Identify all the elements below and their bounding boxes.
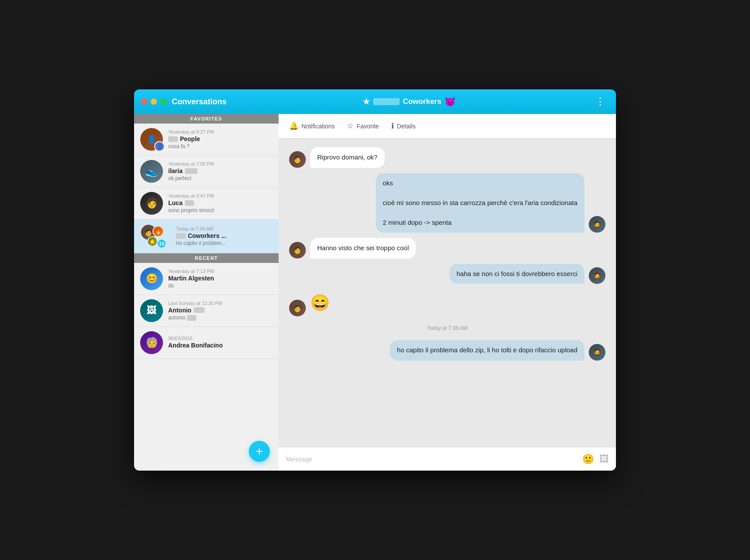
more-menu-button[interactable]: ⋮	[592, 94, 609, 109]
people-preview: cosa fa ?	[168, 143, 272, 149]
chat-title: Coworkers	[403, 97, 442, 106]
sidebar-item-martin[interactable]: 😊 Yesterday at 7:13 PM Martin Algesten d…	[134, 263, 279, 295]
message-row-2: 🧔 oks cioè mi sono messo in sta carrozza…	[289, 173, 605, 233]
message-input[interactable]	[286, 455, 577, 463]
sidebar-item-ilaria[interactable]: 👟 Yesterday at 7:00 PM ilaria ok perfect	[134, 156, 279, 188]
sidebar-item-luca[interactable]: 🧑 Yesterday at 3:47 PM Luca sono proprio…	[134, 188, 279, 220]
people-name-blur	[168, 136, 178, 142]
antonio-blur	[194, 307, 205, 313]
chat-messages: 🧑 Riprovo domani, ok? 🧔 oks cioè mi sono…	[279, 138, 616, 447]
coworkers-preview: ho capito il problem...	[176, 240, 272, 246]
details-toolbar-item[interactable]: ℹ Details	[391, 121, 416, 131]
antonio-name-text: Antonio	[168, 307, 191, 314]
andrea-name: Andrea Bonifacino	[168, 342, 272, 349]
msg-avatar-in-5: 🧑	[289, 300, 306, 316]
luca-blur	[185, 200, 195, 206]
close-button[interactable]	[141, 99, 147, 105]
ilaria-name: ilaria	[168, 167, 272, 174]
martin-avatar-wrap: 😊	[140, 267, 163, 290]
ilaria-conv-info: Yesterday at 7:00 PM ilaria ok perfect	[168, 161, 272, 181]
favorite-toolbar-item[interactable]: ☆ Favorite	[347, 121, 379, 131]
message-row-4: 🧔 haha se non ci fossi ti dovrebbero ess…	[289, 264, 605, 284]
image-upload-icon[interactable]: 🖼	[599, 454, 609, 465]
ilaria-preview: ok perfect	[168, 175, 272, 181]
traffic-lights	[141, 99, 166, 105]
timestamp-1: Today at 7:38 AM	[289, 325, 605, 331]
sidebar-item-coworkers[interactable]: 🧑 🔥 ⭐ 15 Today at 7:38 AM Coworkers ... …	[134, 220, 279, 253]
sidebar: FAVORITES 👤 👤 Yesterday at 9:27 PM Peopl…	[134, 114, 279, 471]
sidebar-item-andrea[interactable]: 🧓 06/03/2016 Andrea Bonifacino	[134, 327, 279, 359]
msg-bubble-2: oks cioè mi sono messo in sta carrozza p…	[376, 173, 584, 233]
coworkers-badge: 15	[157, 239, 166, 248]
antonio-avatar: 🖼	[140, 299, 163, 322]
chat-toolbar: 🔔 Notifications ☆ Favorite ℹ Details	[279, 114, 616, 138]
ilaria-name-text: ilaria	[168, 167, 183, 174]
chat-name-blur	[373, 98, 400, 105]
title-bar-center: ★ Coworkers 😈	[226, 96, 592, 107]
notifications-toolbar-item[interactable]: 🔔 Notifications	[289, 121, 335, 131]
chat-area: 🔔 Notifications ☆ Favorite ℹ Details 🧑 R…	[279, 114, 616, 471]
antonio-name: Antonio	[168, 307, 272, 314]
minimize-button[interactable]	[151, 99, 157, 105]
andrea-time: 06/03/2016	[168, 336, 272, 341]
title-bar-right: ⋮	[592, 94, 609, 109]
msg-avatar-in-3: 🧑	[289, 242, 306, 259]
app-window: Conversations ★ Coworkers 😈 ⋮ FAVORITES …	[134, 89, 616, 471]
msg-avatar-out-6: 🧔	[589, 344, 605, 361]
favorites-header: FAVORITES	[134, 114, 279, 124]
msg-bubble-4: haha se non ci fossi ti dovrebbero esser…	[449, 264, 584, 284]
sidebar-item-people[interactable]: 👤 👤 Yesterday at 9:27 PM People cosa fa …	[134, 124, 279, 156]
star-icon: ★	[363, 97, 370, 106]
antonio-preview: antonio	[168, 315, 272, 321]
ilaria-avatar-wrap: 👟	[140, 160, 163, 183]
msg-bubble-5: 😄	[310, 289, 330, 316]
antonio-time: Last Sunday at 12:30 PM	[168, 301, 272, 306]
martin-avatar: 😊	[140, 267, 163, 290]
message-row-3: 🧑 Hanno visto che sei troppo cool	[289, 238, 605, 259]
coworkers-name: Coworkers ...	[176, 232, 272, 239]
cw-avatar-3: ⭐	[147, 236, 158, 247]
app-title: Conversations	[172, 97, 226, 106]
sidebar-item-antonio[interactable]: 🖼 Last Sunday at 12:30 PM Antonio antoni…	[134, 295, 279, 327]
emoji-picker-icon[interactable]: 🙂	[582, 454, 594, 465]
favorite-label: Favorite	[357, 123, 379, 130]
martin-time: Yesterday at 7:13 PM	[168, 269, 272, 274]
ilaria-avatar: 👟	[140, 160, 163, 183]
message-row-6: 🧔 ho capito il problema dello zip, li ho…	[289, 340, 605, 361]
recent-header: RECENT	[134, 253, 279, 263]
luca-name-text: Luca	[168, 199, 183, 206]
chat-emoji: 😈	[445, 96, 456, 107]
title-bar: Conversations ★ Coworkers 😈 ⋮	[134, 89, 616, 114]
andrea-avatar-wrap: 🧓	[140, 331, 163, 354]
msg-bubble-3: Hanno visto che sei troppo cool	[310, 238, 416, 259]
people-name-text: People	[180, 135, 200, 142]
antonio-preview-text: antonio	[168, 315, 187, 321]
message-row-5: 🧑 😄	[289, 289, 605, 316]
msg-bubble-1: Riprovo domani, ok?	[310, 147, 385, 168]
ilaria-blur	[185, 168, 198, 174]
andrea-conv-info: 06/03/2016 Andrea Bonifacino	[168, 336, 272, 350]
new-conversation-button[interactable]: +	[249, 441, 270, 462]
maximize-button[interactable]	[160, 99, 166, 105]
people-avatar-secondary: 👤	[154, 141, 165, 152]
luca-avatar: 🧑	[140, 192, 163, 215]
luca-name: Luca	[168, 199, 272, 206]
luca-time: Yesterday at 3:47 PM	[168, 193, 272, 198]
coworkers-name-text: Coworkers ...	[188, 232, 226, 239]
andrea-avatar: 🧓	[140, 331, 163, 354]
luca-conv-info: Yesterday at 3:47 PM Luca sono proprio s…	[168, 193, 272, 213]
people-conv-info: Yesterday at 9:27 PM People cosa fa ?	[168, 129, 272, 149]
martin-preview: ds	[168, 283, 272, 289]
ilaria-time: Yesterday at 7:00 PM	[168, 161, 272, 167]
message-row-1: 🧑 Riprovo domani, ok?	[289, 147, 605, 168]
people-avatar-wrap: 👤 👤	[140, 128, 163, 151]
martin-name: Martin Algesten	[168, 275, 272, 282]
msg-avatar-out-4: 🧔	[589, 267, 605, 284]
cw-name-blur	[176, 233, 186, 239]
antonio-avatar-wrap: 🖼	[140, 299, 163, 322]
msg-bubble-6: ho capito il problema dello zip, li ho t…	[390, 340, 584, 361]
antonio-conv-info: Last Sunday at 12:30 PM Antonio antonio	[168, 301, 272, 321]
info-icon: ℹ	[391, 121, 394, 131]
chat-input-area: 🙂 🖼	[279, 447, 616, 471]
msg-avatar-in-1: 🧑	[289, 151, 306, 168]
